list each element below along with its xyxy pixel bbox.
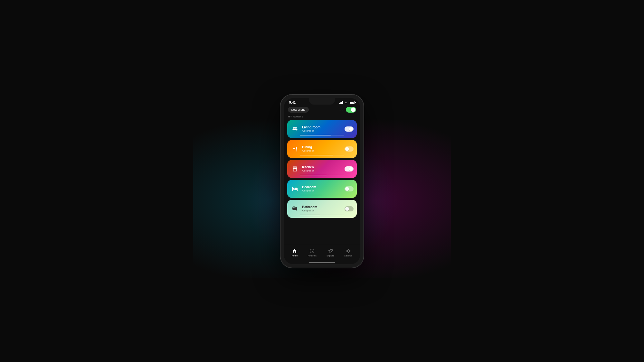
battery-icon — [350, 101, 355, 104]
kitchen-brightness[interactable] — [300, 175, 344, 175]
room-card-bathroom[interactable]: Bathroom All lights on — [287, 200, 357, 218]
home-icon — [292, 248, 298, 254]
kitchen-icon — [290, 164, 299, 173]
dining-subtitle: All lights on — [302, 149, 345, 152]
status-icons: ▲ — [339, 101, 355, 104]
phone-screen: 9:41 ▲ New scene ··· — [284, 98, 360, 264]
bathroom-name: Bathroom — [302, 205, 345, 209]
kitchen-subtitle: All lights on — [302, 169, 345, 172]
rooms-list: Living room All lights on — [284, 120, 360, 244]
nav-item-routines[interactable]: Routines — [305, 247, 319, 258]
bedroom-brightness[interactable] — [300, 195, 344, 195]
signal-icon — [339, 101, 343, 104]
app-header: New scene ··· — [284, 106, 360, 115]
home-indicator — [309, 262, 335, 263]
bedroom-subtitle: All lights on — [302, 189, 345, 192]
bedroom-info: Bedroom All lights on — [302, 185, 345, 192]
nav-routines-label: Routines — [308, 255, 317, 257]
routines-icon — [309, 248, 315, 254]
more-options-button[interactable]: ··· — [338, 107, 343, 112]
nav-home-label: Home — [292, 255, 298, 257]
nav-item-settings[interactable]: Settings — [342, 247, 355, 258]
header-actions: ··· — [338, 107, 356, 113]
living-room-brightness[interactable] — [300, 135, 344, 135]
explore-icon — [327, 248, 333, 254]
nav-settings-label: Settings — [344, 255, 352, 257]
room-card-dining[interactable]: Dining All lights on — [287, 140, 357, 158]
bedroom-name: Bedroom — [302, 185, 345, 189]
bathroom-brightness[interactable] — [300, 215, 344, 215]
phone-notch — [309, 98, 335, 105]
wifi-icon: ▲ — [345, 101, 347, 104]
kitchen-name: Kitchen — [302, 165, 345, 169]
dining-info: Dining All lights on — [302, 145, 345, 152]
room-card-bedroom[interactable]: Bedroom All lights on — [287, 180, 357, 198]
nav-item-home[interactable]: Home — [289, 247, 300, 258]
living-room-name: Living room — [302, 125, 345, 129]
status-time: 9:41 — [289, 101, 296, 104]
room-card-kitchen[interactable]: Kitchen All lights on — [287, 160, 357, 178]
dining-icon — [290, 144, 299, 153]
bathroom-icon — [290, 204, 299, 213]
kitchen-info: Kitchen All lights on — [302, 165, 345, 172]
main-power-toggle[interactable] — [346, 107, 356, 113]
living-room-info: Living room All lights on — [302, 125, 345, 132]
bedroom-toggle[interactable] — [345, 186, 354, 191]
dining-brightness[interactable] — [300, 155, 344, 155]
room-card-living-room[interactable]: Living room All lights on — [287, 120, 357, 138]
phone-device: 9:41 ▲ New scene ··· — [280, 94, 364, 268]
bathroom-subtitle: All lights on — [302, 209, 345, 212]
dining-toggle[interactable] — [345, 146, 354, 152]
settings-icon — [346, 248, 351, 254]
kitchen-toggle[interactable] — [345, 166, 354, 172]
nav-explore-label: Explore — [327, 255, 334, 257]
rooms-section-label: MY ROOMS — [284, 115, 360, 120]
nav-item-explore[interactable]: Explore — [324, 247, 337, 258]
scene-badge[interactable]: New scene — [288, 107, 309, 113]
living-room-toggle[interactable] — [345, 126, 354, 132]
bedroom-icon — [290, 184, 299, 193]
living-room-subtitle: All lights on — [302, 129, 345, 132]
bottom-nav: Home Routines Explore — [284, 244, 360, 262]
bathroom-info: Bathroom All lights on — [302, 205, 345, 212]
bathroom-toggle[interactable] — [345, 206, 354, 211]
dining-name: Dining — [302, 145, 345, 149]
living-room-icon — [290, 125, 299, 134]
